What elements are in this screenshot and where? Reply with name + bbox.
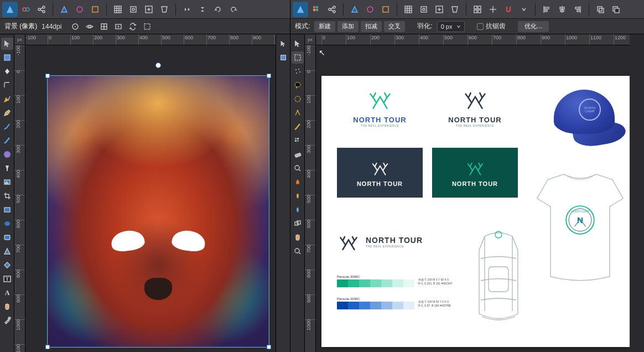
diamond-tool-icon[interactable] (1, 259, 13, 271)
snap-grid-icon[interactable] (126, 2, 141, 17)
ruler-vertical[interactable]: -10001002003004005006007008009001000 (305, 45, 316, 352)
selection-handle[interactable] (267, 74, 271, 78)
ruler-vertical[interactable]: -100010020030040050060070080090010001100 (14, 45, 25, 352)
canvas-right[interactable]: ↖ NORTH TOUR THE REAL EXPERIENCE NORTH T… (316, 45, 630, 352)
fill-tool-icon[interactable] (1, 148, 13, 161)
selection-handle[interactable] (267, 345, 271, 349)
rectangular-marquee-tool-icon[interactable] (292, 51, 304, 64)
mode-sub-button[interactable]: 扣减 (361, 21, 382, 32)
app-icon[interactable] (2, 2, 18, 17)
grid-setup-icon[interactable] (470, 2, 485, 17)
mode-new-button[interactable]: 新建 (314, 21, 335, 32)
persona-designer-icon[interactable] (57, 2, 71, 17)
share-icon[interactable] (325, 2, 339, 17)
selection-handle[interactable] (45, 74, 50, 78)
grid-icon[interactable] (111, 2, 125, 17)
rounded-tool-icon[interactable] (1, 231, 13, 244)
rotate-cw-icon[interactable] (211, 2, 225, 17)
text-frame-tool-icon[interactable]: T (1, 273, 13, 285)
chevron-down-icon[interactable] (517, 2, 531, 17)
mockup-backpack[interactable] (471, 228, 526, 325)
text-art-tool-icon[interactable]: A (1, 287, 13, 299)
pixel-tool-icon[interactable] (292, 134, 304, 147)
move-tool-icon[interactable] (292, 38, 304, 50)
refine-button[interactable]: 优化… (518, 21, 549, 32)
mode-add-button[interactable]: 添加 (337, 21, 359, 32)
pencil-tool-icon[interactable] (1, 107, 13, 119)
hand-tool-icon[interactable] (292, 231, 304, 244)
rotate-ccw-icon[interactable] (226, 2, 241, 17)
corner-tool-icon[interactable] (1, 79, 13, 91)
share-icon[interactable] (34, 2, 49, 17)
ellipse-tool-icon[interactable] (1, 218, 13, 230)
selection-brush-tool-icon[interactable] (292, 93, 304, 105)
zoom-tool-icon[interactable] (292, 245, 304, 257)
logo-horizontal[interactable]: NORTH TOUR THE REAL EXPERIENCE (337, 231, 423, 253)
marquee-tool-icon[interactable] (1, 51, 13, 64)
color-picker-tool-icon[interactable] (1, 314, 13, 327)
mode-int-button[interactable]: 交叉 (384, 21, 405, 32)
move-tool-icon[interactable] (277, 38, 289, 50)
canvas-left[interactable] (25, 45, 276, 352)
feather-field[interactable]: 0 px (437, 21, 465, 32)
ruler-horizontal[interactable]: 0100200300400500600700800900100011001200… (316, 34, 630, 45)
logo-variant-teal-bg[interactable]: NORTH TOUR (432, 148, 518, 198)
grid-icon[interactable] (401, 2, 416, 17)
color-studio-icon[interactable] (19, 2, 33, 17)
snap-grid-icon[interactable] (417, 2, 431, 17)
artwork-fox[interactable] (48, 76, 269, 347)
rectangle-tool-icon[interactable] (1, 204, 13, 216)
image-tool-icon[interactable] (1, 176, 13, 188)
pen-tool-icon[interactable] (1, 93, 13, 105)
move-tool-icon[interactable] (1, 38, 13, 50)
transform-icon[interactable] (448, 2, 462, 17)
mockup-hat[interactable]: NORTH CAMP (548, 84, 626, 151)
snap-bounds-icon[interactable] (432, 2, 446, 17)
crop-tool-icon[interactable] (1, 190, 13, 202)
triangle-tool-icon[interactable] (1, 245, 13, 257)
bounds-icon[interactable] (98, 21, 110, 32)
swatch-blue[interactable]: Pantone 2935C (337, 297, 414, 309)
boolean-sub-icon[interactable] (609, 2, 623, 17)
swatch-green[interactable]: Pantone 3395C (337, 275, 414, 287)
burn-tool-icon[interactable] (292, 176, 304, 188)
freehand-selection-tool-icon[interactable] (292, 65, 304, 77)
flood-select-tool-icon[interactable] (292, 107, 304, 119)
artwork-brand-sheet[interactable]: NORTH TOUR THE REAL EXPERIENCE NORTH TOU… (321, 76, 630, 347)
hand-tool-icon[interactable] (1, 301, 13, 313)
selection-handle[interactable] (45, 345, 50, 349)
flip-h-icon[interactable] (180, 2, 194, 17)
persona-export-icon[interactable] (378, 2, 393, 17)
align-center-icon[interactable] (555, 2, 569, 17)
mockup-tshirt[interactable]: NORTH CAMP N (532, 167, 629, 289)
boolean-add-icon[interactable] (593, 2, 607, 17)
dodge-tool-icon[interactable] (292, 190, 304, 202)
axis-icon[interactable] (486, 2, 500, 17)
logo-variant-color[interactable]: NORTH TOUR THE REAL EXPERIENCE (337, 87, 423, 127)
ruler-horizontal[interactable]: -10001002003004005006007008009001000 (25, 34, 276, 45)
persona-export-icon[interactable] (88, 2, 102, 17)
eye-icon[interactable] (84, 21, 96, 32)
align-right-icon[interactable] (570, 2, 585, 17)
brush-tool-icon[interactable] (1, 121, 13, 133)
logo-variant-dark-bg[interactable]: NORTH TOUR (337, 148, 423, 198)
persona-pixel-icon[interactable] (363, 2, 377, 17)
swatches-icon[interactable] (309, 2, 324, 17)
zoom-tool-icon[interactable] (292, 162, 304, 174)
flip-v-icon[interactable] (195, 2, 210, 17)
logo-variant-mono[interactable]: NORTH TOUR THE REAL EXPERIENCE (432, 87, 518, 127)
paint-brush-tool-icon[interactable] (292, 121, 304, 133)
smudge-tool-icon[interactable] (292, 204, 304, 216)
app-icon[interactable] (293, 2, 308, 17)
marquee-tool-icon[interactable] (277, 51, 289, 64)
clone-tool-icon[interactable] (292, 218, 304, 230)
paint-brush-tool-icon[interactable] (1, 134, 13, 147)
transform-icon[interactable] (157, 2, 172, 17)
node-tool-icon[interactable] (1, 65, 13, 77)
lasso-tool-icon[interactable] (292, 79, 304, 91)
target-icon[interactable] (69, 21, 81, 32)
snap-toggle-icon[interactable] (501, 2, 516, 17)
glass-tool-icon[interactable] (1, 162, 13, 174)
antialias-checkbox[interactable]: 抗锯齿 (477, 22, 506, 31)
erase-tool-icon[interactable] (292, 148, 304, 161)
